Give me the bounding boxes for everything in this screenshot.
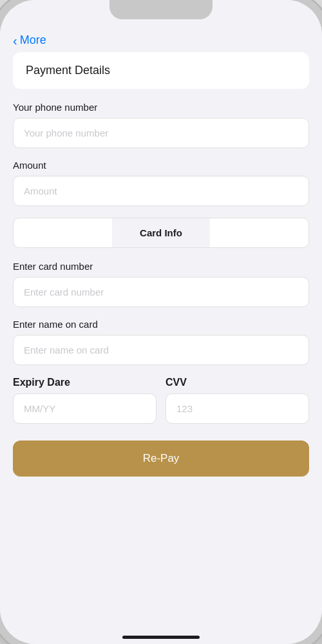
expiry-input[interactable]	[13, 393, 156, 424]
expiry-cvv-labels: Expiry Dare CVV	[13, 377, 309, 388]
card-number-input[interactable]	[13, 277, 309, 307]
page-title: Payment Details	[26, 64, 110, 77]
back-label: More	[20, 33, 46, 47]
amount-label: Amount	[13, 160, 309, 171]
chevron-left-icon: ‹	[13, 34, 17, 47]
card-name-field-group: Enter name on card	[13, 319, 309, 365]
screen: ‹ More Payment Details Your phone number…	[0, 0, 322, 644]
cvv-field-group	[166, 393, 309, 424]
notch	[109, 0, 213, 19]
content-area: Payment Details Your phone number Amount…	[0, 52, 322, 625]
phone-label: Your phone number	[13, 102, 309, 113]
back-button[interactable]: ‹ More	[13, 33, 46, 47]
phone-frame: ‹ More Payment Details Your phone number…	[0, 0, 322, 644]
nav-bar: ‹ More	[0, 26, 322, 52]
cvv-input[interactable]	[166, 393, 309, 424]
tab-3[interactable]	[210, 218, 308, 247]
card-number-label: Enter card number	[13, 261, 309, 272]
repay-button[interactable]: Re-Pay	[13, 440, 309, 477]
phone-input[interactable]	[13, 118, 309, 148]
tab-1[interactable]	[14, 218, 112, 247]
tab-card-info[interactable]: Card Info	[112, 218, 211, 247]
expiry-field-group	[13, 393, 156, 424]
card-name-label: Enter name on card	[13, 319, 309, 330]
amount-input[interactable]	[13, 176, 309, 206]
expiry-cvv-inputs	[13, 393, 309, 424]
section-header-card: Payment Details	[13, 52, 309, 89]
phone-field-group: Your phone number	[13, 102, 309, 148]
card-name-input[interactable]	[13, 335, 309, 365]
amount-field-group: Amount	[13, 160, 309, 206]
card-number-field-group: Enter card number	[13, 261, 309, 307]
tab-bar: Card Info	[13, 218, 309, 248]
home-indicator	[122, 636, 200, 639]
expiry-label: Expiry Dare	[13, 377, 156, 388]
cvv-label: CVV	[166, 377, 309, 388]
